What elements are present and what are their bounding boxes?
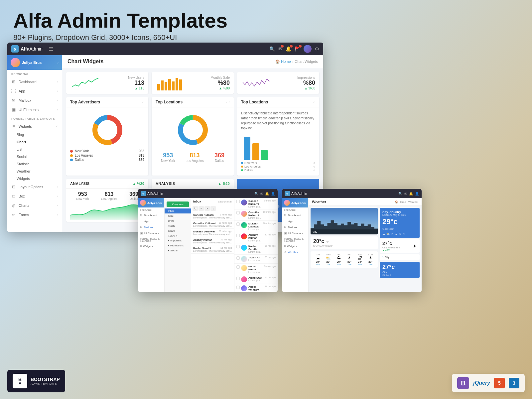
mailbox-nav-search[interactable]: 🔍 xyxy=(254,192,258,196)
sidebar-user[interactable]: Juliya Brus › xyxy=(7,55,62,70)
preview-checkbox-8[interactable] xyxy=(236,277,240,280)
sidebar-subitem-list[interactable]: List xyxy=(7,146,62,153)
wt-sidebar-mailbox[interactable]: ✉ Mailbox xyxy=(282,224,308,230)
mb-sidebar-ui[interactable]: ▣ UI Elements xyxy=(138,230,164,236)
donut-container-advertisers xyxy=(70,113,144,147)
compose-button[interactable]: Compose xyxy=(167,201,189,207)
preview-item-2[interactable]: Gennifer Kulkarni Lorem ipsum - There ar… xyxy=(234,209,278,221)
sidebar-subitem-weather[interactable]: Weather xyxy=(7,168,62,175)
preview-checkbox-5[interactable] xyxy=(236,245,240,248)
preview-checkbox-1[interactable] xyxy=(236,200,240,203)
inbox-tool-more[interactable]: ⋮ xyxy=(210,206,216,211)
preview-content-5: Kusha Sarathi Lorem ipsum - There are ma… xyxy=(248,245,263,253)
sidebar-item-layout-options[interactable]: ⊡ Layout Options › xyxy=(7,182,62,192)
preview-item-5[interactable]: Kusha Sarathi Lorem ipsum - There are ma… xyxy=(234,243,278,255)
preview-checkbox-7[interactable] xyxy=(236,265,240,269)
sidebar-item-app[interactable]: ⋮⋮ App › xyxy=(7,86,62,96)
stat-card-monthly-sale: Monthly Sale %80 ▲ %80 xyxy=(152,72,234,94)
inbox-email-4[interactable]: Akshay Kumar 30 hrs ago Lorem ipsum - Th… xyxy=(191,237,234,245)
folder-inbox[interactable]: Inbox xyxy=(165,208,191,213)
mailbox-nav-mail[interactable]: ✉ xyxy=(260,192,263,196)
sidebar-item-forms[interactable]: ✏ Forms › xyxy=(7,210,62,219)
wt-sidebar-widgets[interactable]: ≡ Widgets xyxy=(282,243,308,249)
folder-trash[interactable]: Trash xyxy=(165,223,191,228)
mailbox-brand-text: AlfaAdmin xyxy=(147,192,163,196)
sidebar-subitem-social[interactable]: Social xyxy=(7,153,62,160)
html5-text: 5 xyxy=(498,380,501,386)
weather-breadcrumb: 🏠 Home › Weather xyxy=(395,200,418,203)
inbox-tool-delete[interactable]: ✕ xyxy=(204,206,210,211)
inbox-tool-mark[interactable]: ✓ xyxy=(199,206,204,211)
mb-sidebar-dashboard[interactable]: ⊞ Dashboard xyxy=(138,212,164,218)
wt-sidebar-ui[interactable]: ▣ UI Elements xyxy=(282,230,308,236)
weather-nav-mail[interactable]: ✉ xyxy=(404,192,407,196)
sidebar-subitem-blog[interactable]: Blog xyxy=(7,131,62,138)
weather-brand-text: AlfaAdmin xyxy=(291,192,307,196)
mb-sidebar-widgets[interactable]: ≡ Widgets xyxy=(138,243,164,249)
wt-sidebar-weather[interactable]: ☀ Weather xyxy=(282,249,308,255)
flag-icon[interactable]: 🚩 xyxy=(295,46,300,52)
analysis-change-1: ▲ %20 xyxy=(133,182,144,186)
gear-icon[interactable]: ⚙ xyxy=(315,46,319,52)
inbox-search[interactable]: Search Mail xyxy=(218,200,232,203)
breadcrumb-sep: › xyxy=(292,60,294,64)
preview-checkbox-9[interactable] xyxy=(236,286,240,289)
wt-sidebar-dashboard[interactable]: ⊞ Dashboard xyxy=(282,212,308,218)
panel-body-advertisers: New York 953 Los Angeles 813 xyxy=(66,107,148,166)
preview-item-3[interactable]: Mukesh Dadhwal Lorem ipsum - There are m… xyxy=(234,221,278,232)
mail-icon[interactable]: ✉ xyxy=(278,46,282,52)
bell-icon[interactable]: 🔔 xyxy=(286,46,291,52)
preview-item-7[interactable]: Nisha Khunt Lorem ipsum - There are many… xyxy=(234,264,278,275)
sidebar-item-dashboard[interactable]: ⊞ Dashboard › xyxy=(7,77,62,86)
label-promotions[interactable]: ● Promotions xyxy=(165,243,191,248)
preview-item-4[interactable]: Akshay Kumar Lorem ipsum - There are man… xyxy=(234,232,278,243)
preview-item-1[interactable]: Ganesh Kulkarni Lorem ipsum - There are … xyxy=(234,198,278,209)
label-social[interactable]: ● Social xyxy=(165,248,191,253)
folder-sent[interactable]: Sent xyxy=(165,213,191,218)
mb-sidebar-app[interactable]: ⋮ App xyxy=(138,218,164,224)
donut-legend-advertisers: New York 953 Los Angeles 813 xyxy=(70,149,144,162)
inbox-email-2[interactable]: Gennifer Kulkarni 10 mins ago Lorem ipsu… xyxy=(191,220,234,229)
preview-avatar-4 xyxy=(241,233,247,239)
sidebar-subitem-widgets[interactable]: Widgets xyxy=(7,175,62,182)
weather-sidebar-user[interactable]: Juliya Brus xyxy=(282,198,308,207)
weather-city-main: City, Country MONDAY May 5, 2021 29°c Ge… xyxy=(380,208,420,238)
wt-sidebar-app[interactable]: ⋮ App xyxy=(282,218,308,224)
preview-checkbox-4[interactable] xyxy=(236,234,240,237)
sidebar-subitem-statistic[interactable]: Statistic xyxy=(7,160,62,168)
analysis-nums-1: 953 New York 813 Los Angeles 369 Dallas xyxy=(66,189,148,202)
label-important[interactable]: ● Important xyxy=(165,238,191,243)
sidebar-item-box[interactable]: □ Box › xyxy=(7,192,62,201)
stat-card-label-new-users: New Users xyxy=(128,76,144,79)
search-icon[interactable]: 🔍 xyxy=(269,46,275,52)
weather-nav-search[interactable]: 🔍 xyxy=(398,192,402,196)
preview-checkbox-3[interactable] xyxy=(236,222,240,226)
inbox-email-5[interactable]: Kusha Sarathi 16 hrs ago Lorem ipsum - T… xyxy=(191,245,234,254)
preview-item-6[interactable]: Tipam Ali Lorem ipsum - There are many v… xyxy=(234,255,278,264)
folder-spam[interactable]: Spam xyxy=(165,228,191,233)
inbox-tool-refresh[interactable]: ↻ xyxy=(193,206,198,211)
sidebar-item-mailbox[interactable]: ✉ Mailbox › xyxy=(7,96,62,105)
sidebar-item-ui-elements[interactable]: ▣ UI Elements › xyxy=(7,105,62,114)
sidebar-subitem-chart[interactable]: Chart xyxy=(7,138,62,146)
dashboard-label: Dashboard xyxy=(19,80,54,84)
mailbox-nav-bell[interactable]: 🔔 xyxy=(265,192,269,196)
mailbox-nav-avatar[interactable]: 👤 xyxy=(271,192,275,196)
inbox-email-1[interactable]: Ganesh Kulkarni 5 mins ago Lorem ipsum -… xyxy=(191,212,234,220)
hamburger-icon[interactable]: ☰ xyxy=(49,46,53,52)
widgets-arrow: ∨ xyxy=(56,125,58,128)
inbox-email-3[interactable]: Mukesh Dadhwal 20 mins ago Lorem ipsum -… xyxy=(191,229,234,237)
preview-item-8[interactable]: Anjali SO3 Lorem ipsum - There are many … xyxy=(234,275,278,284)
mb-sidebar-mailbox[interactable]: ✉ Mailbox xyxy=(138,224,164,230)
avatar[interactable] xyxy=(304,45,312,53)
folder-draft[interactable]: Draft xyxy=(165,218,191,223)
weather-nav-avatar[interactable]: 👤 xyxy=(415,192,419,196)
sidebar-item-widgets[interactable]: ≡ Widgets ∨ xyxy=(7,122,62,131)
preview-checkbox-6[interactable] xyxy=(236,256,240,260)
weather-nav-bell[interactable]: 🔔 xyxy=(409,192,413,196)
preview-avatar-5 xyxy=(241,245,247,251)
preview-item-9[interactable]: Angel Whitnoy Lorem ipsum - There are ma… xyxy=(234,284,278,292)
sidebar-item-charts[interactable]: ◎ Charts › xyxy=(7,201,62,210)
mailbox-sidebar-user[interactable]: Juliya Brus xyxy=(138,198,164,207)
preview-checkbox-2[interactable] xyxy=(236,211,240,214)
